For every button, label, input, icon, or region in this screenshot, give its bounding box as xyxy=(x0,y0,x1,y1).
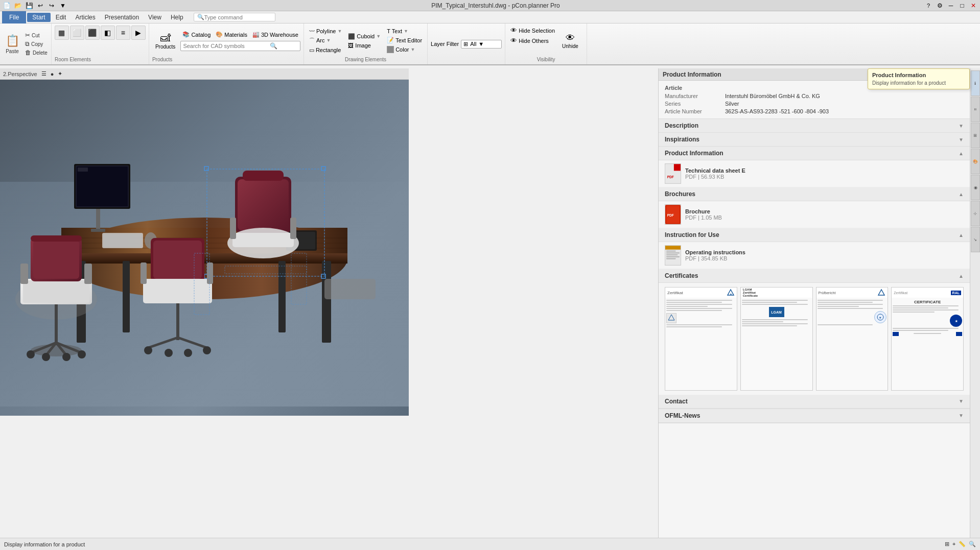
brochure-icon: PDF xyxy=(665,204,681,225)
product-info-title: Product Information xyxy=(665,150,724,157)
hide-selection-button[interactable]: 👁 Hide Selection xyxy=(508,26,557,35)
right-tab-strip: ℹ ≡ ⊞ 🎨 ◉ ⊹ ↗ xyxy=(970,68,980,538)
status-measure-icon[interactable]: 📏 xyxy=(959,541,966,547)
room-stairs-button[interactable]: ≡ xyxy=(116,26,130,40)
warehouse3d-button[interactable]: 🏭 3D Warehouse xyxy=(250,30,300,39)
cut-button[interactable]: ✂ Cut xyxy=(24,31,49,39)
cert-item-3[interactable]: Prüfbericht ★ xyxy=(816,287,889,391)
room-elements-icons: ▦ ⬜ ⬛ ◧ ≡ ▶ xyxy=(55,26,146,40)
tab-render[interactable]: ◉ xyxy=(971,175,980,200)
clipboard-group: 📋 Paste ✂ Cut ⧉ Copy 🗑 Delete Clipboard xyxy=(0,23,52,64)
redo-button[interactable]: ↪ xyxy=(47,1,56,10)
brochure-item[interactable]: PDF Brochure PDF | 1.05 MB xyxy=(659,201,970,228)
products-button[interactable]: 🛋 Products xyxy=(152,27,178,55)
cert-item-1[interactable]: Zertifikat ▲ xyxy=(665,287,737,391)
text-editor-button[interactable]: 📝 Text Editor xyxy=(385,36,424,44)
cert3-logo xyxy=(877,289,885,297)
display-mode-icon[interactable]: ● xyxy=(51,71,54,77)
tab-materials[interactable]: 🎨 xyxy=(971,149,980,174)
open-button[interactable]: 📂 xyxy=(13,1,22,10)
arc-button[interactable]: ⌒ Arc ▼ xyxy=(307,36,344,45)
lighting-icon[interactable]: ✦ xyxy=(58,70,62,77)
new-button[interactable]: 📄 xyxy=(2,1,11,10)
ofml-news-section-header[interactable]: OFML-News ▼ xyxy=(659,409,970,423)
instruction-section-header[interactable]: Instruction for Use ▲ xyxy=(659,228,970,242)
search-bar: 🔍 xyxy=(180,41,300,51)
materials-button[interactable]: 🎨 Materials xyxy=(214,30,249,39)
menu-start[interactable]: Start xyxy=(27,13,50,22)
qa-dropdown[interactable]: ▼ xyxy=(58,1,67,10)
tab-product-info[interactable]: ℹ xyxy=(971,70,980,96)
menu-view[interactable]: View xyxy=(144,13,166,22)
svg-point-68 xyxy=(203,346,211,354)
certificates-chevron: ▲ xyxy=(959,273,964,279)
3d-scene[interactable] xyxy=(0,80,409,416)
panel-title: Product Information xyxy=(663,71,721,78)
brochure-name: Brochure xyxy=(685,208,722,214)
tab-layers[interactable]: ⊞ xyxy=(971,123,980,148)
room-arrow-button[interactable]: ▶ xyxy=(131,26,146,40)
image-button[interactable]: 🖼 Image xyxy=(346,41,383,50)
cert4-body: CERTIFICATE ★ xyxy=(892,298,963,390)
cad-search-input[interactable] xyxy=(183,43,270,49)
tab-export[interactable]: ↗ xyxy=(971,227,980,252)
rectangle-button[interactable]: ▭ Rectangle xyxy=(307,46,344,55)
perspective-label[interactable]: 2.Perspective xyxy=(3,71,37,77)
help-icon[interactable]: ? xyxy=(924,1,933,10)
instruction-item[interactable]: Operating instructions PDF | 354.85 KB xyxy=(659,242,970,269)
type-command-area[interactable]: 🔍 xyxy=(194,13,275,21)
menu-presentation[interactable]: Presentation xyxy=(101,13,143,22)
text-button[interactable]: T Text ▼ xyxy=(385,27,424,35)
save-button[interactable]: 💾 xyxy=(25,1,34,10)
contact-section-header[interactable]: Contact ▼ xyxy=(659,395,970,409)
cert-item-4[interactable]: Zertifikat RAL CERTIFICATE ★ xyxy=(891,287,964,391)
cert-item-2[interactable]: LGAMZertifikatCertificate LGAM xyxy=(740,287,813,391)
room-door-button[interactable]: ◧ xyxy=(101,26,115,40)
cuboid-button[interactable]: ⬛ Cuboid ▼ xyxy=(346,32,383,41)
description-section-header[interactable]: Description ▼ xyxy=(659,119,970,133)
menu-articles[interactable]: Articles xyxy=(71,13,99,22)
delete-button[interactable]: 🗑 Delete xyxy=(24,49,49,57)
warehouse-icon: 🏭 xyxy=(252,31,260,38)
catalog-button[interactable]: 📚 Catalog xyxy=(180,30,213,39)
tech-sheet-item[interactable]: PDF Technical data sheet E PDF | 56.93 K… xyxy=(659,160,970,187)
polyline-button[interactable]: 〰 Polyline ▼ xyxy=(307,27,344,35)
close-button[interactable]: ✕ xyxy=(969,1,978,10)
product-info-section-header[interactable]: Product Information ▲ xyxy=(659,147,970,160)
maximize-button[interactable]: □ xyxy=(958,1,967,10)
room-window-button[interactable]: ⬛ xyxy=(85,26,100,40)
menu-file[interactable]: File xyxy=(2,11,26,23)
copy-button[interactable]: ⧉ Copy xyxy=(24,40,49,48)
tab-map[interactable]: ⊹ xyxy=(971,201,980,226)
svg-rect-82 xyxy=(665,246,681,250)
menu-edit[interactable]: Edit xyxy=(52,13,71,22)
status-grid-icon[interactable]: ⊞ xyxy=(945,541,949,547)
status-zoom-icon[interactable]: 🔍 xyxy=(969,541,976,547)
type-command-input[interactable] xyxy=(204,14,271,20)
svg-rect-85 xyxy=(666,254,678,255)
brochures-section-header[interactable]: Brochures ▲ xyxy=(659,187,970,201)
quick-access-bar: 📄 📂 💾 ↩ ↪ ▼ PIM_Typical_Interstuhl.dwg -… xyxy=(0,0,980,11)
svg-rect-15 xyxy=(77,166,128,206)
color-button[interactable]: Color ▼ xyxy=(385,45,424,54)
hide-others-button[interactable]: 👁 Hide Others xyxy=(508,36,557,45)
settings-icon[interactable]: ⚙ xyxy=(935,1,944,10)
unhide-button[interactable]: 👁 Unhide xyxy=(559,26,581,56)
search-icon[interactable]: 🔍 xyxy=(270,42,277,50)
paste-button[interactable]: 📋 Paste xyxy=(2,26,22,62)
menu-help[interactable]: Help xyxy=(167,13,188,22)
room-wall-button[interactable]: ⬜ xyxy=(70,26,84,40)
inspirations-section-header[interactable]: Inspirations ▼ xyxy=(659,133,970,147)
layer-dropdown[interactable]: ⊞ All ▼ xyxy=(461,40,502,49)
cert3-body: ★ xyxy=(816,298,888,390)
svg-text:★: ★ xyxy=(879,316,881,319)
status-snap-icon[interactable]: ⌖ xyxy=(952,541,955,547)
instruction-info: Operating instructions PDF | 354.85 KB xyxy=(685,249,745,261)
undo-button[interactable]: ↩ xyxy=(36,1,45,10)
minimize-button[interactable]: ─ xyxy=(946,1,955,10)
room-grid-button[interactable]: ▦ xyxy=(55,26,69,40)
view-options-icon[interactable]: ☰ xyxy=(41,70,46,77)
svg-rect-62 xyxy=(141,262,147,284)
tab-properties[interactable]: ≡ xyxy=(971,97,980,122)
certificates-section-header[interactable]: Certificates ▲ xyxy=(659,269,970,283)
